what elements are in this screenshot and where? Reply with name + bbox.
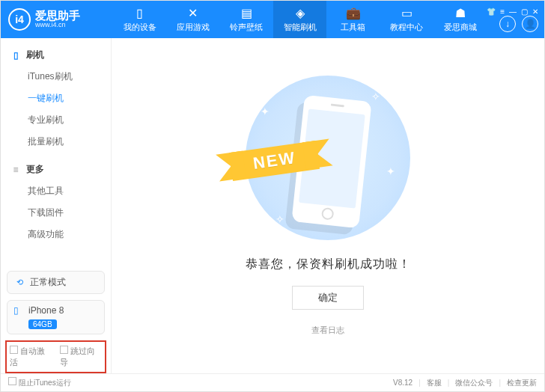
top-nav: ▯ 我的设备 ✕ 应用游戏 ▤ 铃声壁纸 ◈ 智能刷机 💼 工具箱 ▭ 教程中心…: [113, 1, 487, 38]
success-illustration: ✦ ✧ ✦ ✧ NEW: [246, 76, 410, 240]
nav-my-device[interactable]: ▯ 我的设备: [113, 1, 166, 38]
sidebar-group-more[interactable]: ≡ 更多: [1, 159, 111, 180]
device-small-icon: ▯: [13, 305, 24, 316]
support-link[interactable]: 客服: [427, 378, 442, 388]
toolbox-icon: 💼: [346, 7, 361, 20]
update-link[interactable]: 检查更新: [507, 378, 537, 388]
title-bar: i4 爱思助手 www.i4.cn ▯ 我的设备 ✕ 应用游戏 ▤ 铃声壁纸 ◈…: [1, 1, 544, 38]
chk-skip-wizard[interactable]: 跳过向导: [60, 346, 103, 368]
nav-tutorials[interactable]: ▭ 教程中心: [380, 1, 433, 38]
content-pane: ✦ ✧ ✦ ✧ NEW 恭喜您，保资料刷机成功啦！ 确定 查看日志: [112, 38, 544, 373]
logo-icon: i4: [8, 8, 31, 31]
sidebar-item-itunes-flash[interactable]: iTunes刷机: [1, 66, 111, 88]
group-label: 刷机: [26, 49, 44, 61]
version-label: V8.12: [393, 379, 412, 387]
app-logo: i4 爱思助手 www.i4.cn: [8, 8, 113, 31]
skin-icon[interactable]: 👕: [487, 7, 496, 16]
more-icon: ≡: [10, 165, 22, 175]
brand-name: 爱思助手: [35, 10, 80, 22]
user-icon[interactable]: 👤: [522, 16, 538, 32]
sidebar-item-onekey-flash[interactable]: 一键刷机: [1, 88, 111, 109]
nav-toolbox[interactable]: 💼 工具箱: [326, 1, 380, 38]
device-box[interactable]: ▯ iPhone 8 64GB: [7, 300, 105, 334]
sidebar-item-advanced[interactable]: 高级功能: [1, 224, 111, 245]
nav-label: 爱思商城: [444, 22, 477, 33]
sidebar-item-batch-flash[interactable]: 批量刷机: [1, 131, 111, 153]
nav-ringtones[interactable]: ▤ 铃声壁纸: [220, 1, 273, 38]
sidebar-item-download-firmware[interactable]: 下载固件: [1, 202, 111, 224]
success-message: 恭喜您，保资料刷机成功啦！: [246, 257, 411, 272]
main-area: ▯ 刷机 iTunes刷机 一键刷机 专业刷机 批量刷机 ≡ 更多 其他工具 下…: [1, 38, 544, 373]
storage-badge: 64GB: [28, 319, 57, 329]
brand-site: www.i4.cn: [35, 22, 80, 29]
refresh-icon: ⟲: [13, 277, 25, 289]
chk-block-itunes[interactable]: 阻止iTunes运行: [8, 377, 71, 388]
sidebar-item-other-tools[interactable]: 其他工具: [1, 180, 111, 202]
sidebar: ▯ 刷机 iTunes刷机 一键刷机 专业刷机 批量刷机 ≡ 更多 其他工具 下…: [1, 38, 112, 373]
phone-icon: ▯: [10, 50, 22, 61]
device-name: iPhone 8: [28, 305, 64, 316]
sidebar-item-pro-flash[interactable]: 专业刷机: [1, 109, 111, 131]
menu-icon[interactable]: ≡: [500, 7, 505, 16]
minimize-icon[interactable]: —: [509, 7, 517, 16]
footer-bar: 阻止iTunes运行 V8.12 | 客服 | 微信公众号 | 检查更新: [1, 373, 544, 391]
mode-status[interactable]: ⟲ 正常模式: [7, 271, 105, 294]
nav-label: 教程中心: [390, 22, 423, 33]
window-controls: 👕 ≡ — ▢ ✕: [487, 7, 538, 16]
wallpaper-icon: ▤: [241, 7, 252, 20]
nav-label: 工具箱: [341, 22, 365, 33]
flash-icon: ◈: [296, 7, 305, 20]
nav-label: 我的设备: [124, 22, 156, 33]
view-log-link[interactable]: 查看日志: [311, 325, 344, 336]
apps-icon: ✕: [188, 7, 198, 20]
tutorial-icon: ▭: [401, 7, 412, 20]
sidebar-group-flash[interactable]: ▯ 刷机: [1, 44, 111, 66]
device-icon: ▯: [136, 7, 143, 20]
nav-flash[interactable]: ◈ 智能刷机: [273, 1, 326, 38]
mode-label: 正常模式: [30, 276, 66, 289]
nav-apps-games[interactable]: ✕ 应用游戏: [166, 1, 219, 38]
confirm-button[interactable]: 确定: [292, 286, 364, 310]
nav-label: 智能刷机: [284, 22, 317, 33]
download-icon[interactable]: ↓: [499, 16, 516, 32]
options-highlight: 自动激活 跳过向导: [5, 340, 106, 373]
chk-auto-activate[interactable]: 自动激活: [10, 346, 52, 368]
nav-label: 铃声壁纸: [230, 22, 263, 33]
nav-store[interactable]: ☗ 爱思商城: [433, 1, 487, 38]
group-label: 更多: [26, 163, 44, 176]
store-icon: ☗: [455, 7, 466, 20]
nav-label: 应用游戏: [177, 22, 210, 33]
close-icon[interactable]: ✕: [532, 7, 538, 16]
wechat-link[interactable]: 微信公众号: [455, 378, 493, 388]
maximize-icon[interactable]: ▢: [521, 7, 528, 16]
